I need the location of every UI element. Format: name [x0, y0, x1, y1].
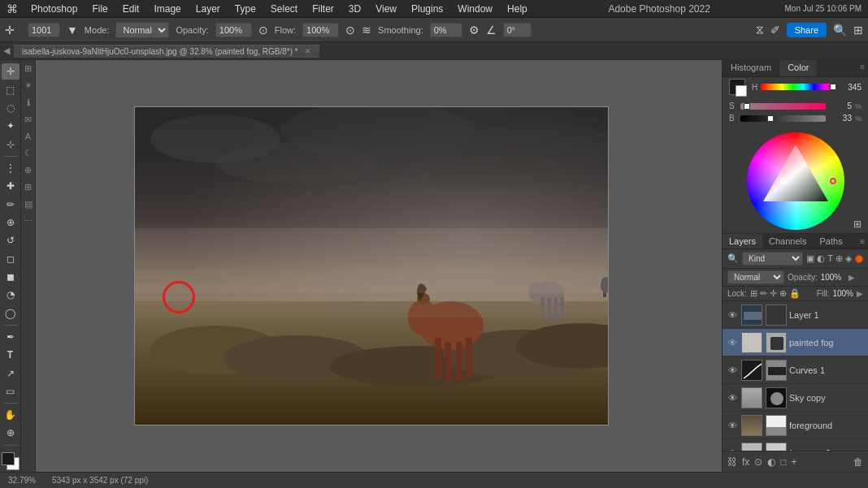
- rectangular-marquee-button[interactable]: ⬚: [2, 81, 20, 97]
- gradient-button[interactable]: ◼: [2, 269, 20, 285]
- b-value[interactable]: 33: [829, 114, 852, 123]
- menu-image[interactable]: Image: [147, 2, 187, 16]
- color-tab[interactable]: Color: [779, 60, 817, 76]
- histogram-tab[interactable]: Histogram: [723, 60, 779, 76]
- blur-button[interactable]: ◔: [2, 287, 20, 303]
- shape-button[interactable]: ▭: [2, 383, 20, 399]
- new-layer-icon[interactable]: +: [792, 456, 797, 468]
- opacity-value[interactable]: 100%: [821, 273, 845, 282]
- panel-icon-10[interactable]: ⋯: [24, 216, 33, 227]
- delete-layer-icon[interactable]: 🗑: [853, 456, 863, 468]
- eyedropper-button[interactable]: ⋮: [2, 160, 20, 176]
- wheel-white-dot[interactable]: [780, 178, 787, 184]
- color-filter-icon[interactable]: ◈: [845, 253, 852, 264]
- lock-artboard-icon[interactable]: ⊕: [779, 288, 787, 299]
- lasso-button[interactable]: ◌: [2, 100, 20, 116]
- layer-item[interactable]: 👁 Curves 1: [723, 356, 868, 384]
- lock-transparent-icon[interactable]: ⊞: [750, 288, 757, 299]
- new-group-icon[interactable]: □: [780, 456, 786, 468]
- search-icon[interactable]: 🔍: [833, 24, 847, 37]
- type-button[interactable]: T: [2, 347, 20, 363]
- eraser-button[interactable]: ◻: [2, 250, 20, 266]
- layer-item[interactable]: 👁 Sky copy: [723, 384, 868, 412]
- wheel-options-icon[interactable]: ⊞: [853, 218, 861, 230]
- panel-icon-1[interactable]: ⊞: [24, 63, 32, 74]
- smoothing-input[interactable]: [430, 23, 462, 37]
- color-wheel[interactable]: [747, 132, 844, 230]
- layer-item[interactable]: 👁 fog copy 3: [723, 439, 868, 451]
- canvas-image[interactable]: [134, 106, 609, 425]
- menu-edit[interactable]: Edit: [116, 2, 146, 16]
- layer-visibility-toggle[interactable]: 👁: [726, 391, 739, 404]
- tab-close-icon[interactable]: ✕: [305, 47, 311, 55]
- adjustment-layer-icon[interactable]: ◐: [767, 456, 775, 468]
- menu-view[interactable]: View: [369, 2, 403, 16]
- brush-size-input[interactable]: [28, 23, 60, 37]
- panel-icon-4[interactable]: ✉: [24, 114, 32, 125]
- airbrush-icon[interactable]: ≋: [362, 24, 371, 37]
- menu-plugins[interactable]: Plugins: [405, 2, 449, 16]
- color-panel-menu[interactable]: ≡: [857, 60, 868, 76]
- lock-all-icon[interactable]: 🔒: [789, 288, 801, 299]
- crop-button[interactable]: ⊹: [2, 136, 20, 152]
- panel-icon-2[interactable]: ☀: [24, 80, 33, 91]
- bri-track[interactable]: [740, 115, 826, 122]
- paths-tab[interactable]: Paths: [814, 234, 849, 248]
- menu-type[interactable]: Type: [228, 2, 263, 16]
- layer-visibility-toggle[interactable]: 👁: [726, 364, 739, 377]
- layer-item[interactable]: 👁 Layer 1: [723, 301, 868, 329]
- menu-select[interactable]: Select: [264, 2, 304, 16]
- pixel-filter-icon[interactable]: ▣: [806, 253, 814, 264]
- layer-item[interactable]: 👁 foreground: [723, 412, 868, 439]
- move-tool-button[interactable]: ✛: [2, 63, 20, 80]
- menu-file[interactable]: File: [85, 2, 114, 16]
- background-preview[interactable]: [736, 85, 747, 97]
- layer-visibility-toggle[interactable]: 👁: [726, 309, 739, 322]
- share-button[interactable]: Share: [787, 23, 827, 37]
- brush-panel-icon[interactable]: ✐: [770, 24, 780, 37]
- symmetry-icon[interactable]: ⧖: [756, 23, 764, 37]
- clone-stamp-button[interactable]: ⊕: [2, 214, 20, 231]
- adjustment-filter-icon[interactable]: ◐: [817, 253, 825, 264]
- add-mask-icon[interactable]: ⊙: [754, 456, 762, 468]
- dodge-button[interactable]: ◯: [2, 304, 20, 321]
- panel-icon-9[interactable]: ▤: [24, 199, 33, 209]
- channels-tab[interactable]: Channels: [762, 234, 813, 248]
- filter-toggle[interactable]: [855, 255, 863, 263]
- heal-button[interactable]: ✚: [2, 178, 20, 194]
- smoothing-options-icon[interactable]: ⚙: [469, 24, 480, 37]
- fill-value[interactable]: 100%: [832, 289, 853, 298]
- layer-visibility-toggle[interactable]: 👁: [726, 336, 739, 349]
- panel-icon-6[interactable]: ☾: [24, 148, 33, 158]
- canvas-area[interactable]: ⊞ ☀ ℹ ✉ A ☾ ⊕ ⊞ ▤ ⋯: [21, 60, 722, 472]
- panel-icon-3[interactable]: ℹ: [27, 97, 30, 108]
- angle-input[interactable]: [503, 23, 532, 37]
- layers-collapse-icon[interactable]: ≡: [857, 235, 868, 248]
- lock-position-icon[interactable]: ✛: [770, 288, 777, 299]
- opacity-pressure-icon[interactable]: ⊙: [258, 24, 268, 37]
- flow-input[interactable]: [302, 23, 339, 37]
- object-selection-button[interactable]: ✦: [2, 118, 20, 134]
- menu-filter[interactable]: Filter: [306, 2, 341, 16]
- hue-track[interactable]: [761, 84, 835, 90]
- menu-layer[interactable]: Layer: [189, 2, 227, 16]
- path-select-button[interactable]: ↗: [2, 365, 20, 381]
- layers-tab[interactable]: Layers: [723, 234, 762, 248]
- menu-photoshop[interactable]: Photoshop: [24, 2, 84, 16]
- h-value[interactable]: 345: [839, 83, 861, 92]
- s-value[interactable]: 5: [829, 101, 852, 110]
- pen-button[interactable]: ✒: [2, 329, 20, 345]
- sat-track[interactable]: [740, 103, 826, 110]
- panel-icon-8[interactable]: ⊞: [24, 182, 32, 192]
- blend-mode-select[interactable]: Normal: [727, 270, 784, 284]
- brush-options-icon[interactable]: ▼: [67, 24, 78, 37]
- menu-help[interactable]: Help: [501, 2, 534, 16]
- foreground-color-swatch[interactable]: [2, 452, 15, 465]
- hue-thumb[interactable]: [830, 84, 836, 90]
- link-layers-icon[interactable]: ⛓: [727, 456, 737, 468]
- document-tab[interactable]: isabella-juskova-9aNltHjuOc0-unsplash.jp…: [13, 45, 320, 58]
- hand-button[interactable]: ✋: [2, 407, 20, 423]
- mode-select[interactable]: Normal: [115, 22, 169, 38]
- lock-paint-icon[interactable]: ✏: [760, 288, 767, 299]
- menu-window[interactable]: Window: [451, 2, 499, 16]
